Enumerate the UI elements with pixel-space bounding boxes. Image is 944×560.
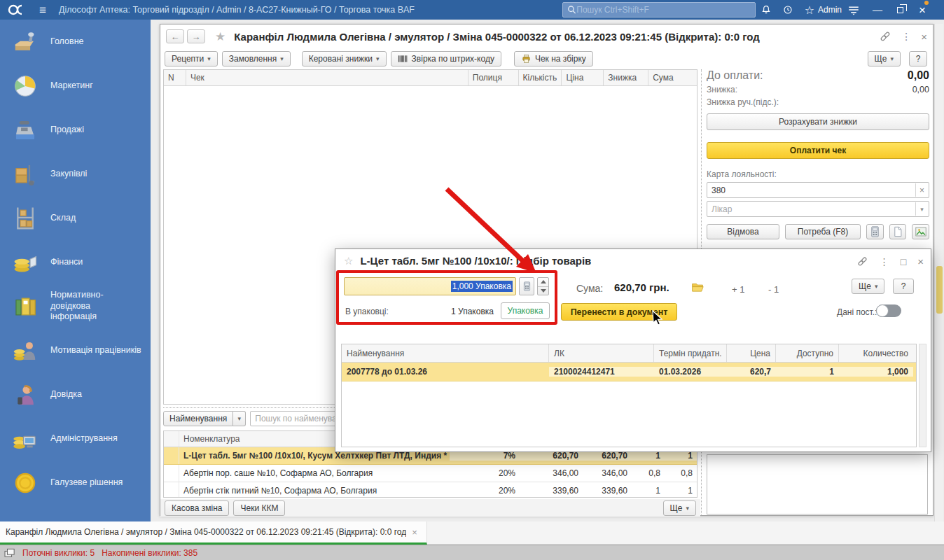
footer-more-button[interactable]: Ще▾ [663,500,696,516]
supplier-data-toggle[interactable] [876,304,901,317]
sidebar-item-label: Фінанси [50,257,83,268]
sidebar-item-label: Закупівлі [50,169,87,180]
link-icon[interactable] [879,30,891,43]
favorites-star-icon[interactable]: ☆ [802,3,817,17]
history-icon[interactable] [780,3,796,17]
kkm-checks-button[interactable]: Чеки ККМ [233,500,285,516]
minus-one-button[interactable]: - 1 [768,284,779,295]
notification-dot [924,1,929,5]
current-calls: Поточні виклики: 5 [22,548,95,558]
orders-button[interactable]: Замовлення▾ [222,51,291,66]
sidebar-item-label: Продажі [50,125,84,136]
minimize-icon[interactable]: — [870,3,885,17]
sidebar-item-label: Мотивація працівників [50,345,141,356]
doctor-input[interactable] [707,201,929,217]
back-button[interactable]: ← [166,29,184,43]
document-blank-button[interactable] [889,224,907,239]
open-folder-icon[interactable] [691,281,704,295]
cash-shift-button[interactable]: Касова зміна [165,500,229,516]
batch-row-selected[interactable]: 2007778 до 01.03.26 2100024412471 01.03.… [342,363,916,382]
stepper-down-icon [538,287,548,295]
close-app-icon[interactable]: × [915,3,930,17]
loyalty-card-input[interactable] [707,182,929,198]
vertical-scrollbar[interactable] [934,24,943,522]
nomenclature-row[interactable]: Абертін стік питний №10, Софарма АО, Бол… [164,482,697,498]
manual-discount-label: Знижка руч.(підс.): [707,97,779,107]
image-button[interactable] [912,224,929,239]
modal-table-scrollbar[interactable] [919,344,926,447]
dropdown-caret-icon[interactable]: ▾ [915,202,928,216]
recipes-button[interactable]: Рецепти▾ [165,51,218,66]
transfer-to-document-button[interactable]: Перенести в документ [561,303,677,321]
sidebar-item-finance[interactable]: Фінанси [0,240,151,284]
forward-button[interactable]: → [187,29,205,43]
modal-more-dots-icon[interactable]: ⋮ [880,257,889,267]
tab-shift-document[interactable]: Каранфіл Людмила Олегівна / эмулятор / З… [0,522,427,545]
modal-more-button[interactable]: Ще▾ [852,279,884,294]
service-menu-icon[interactable] [846,3,861,17]
pay-check-button[interactable]: Оплатити чек [707,142,929,159]
sidebar-item-purchases[interactable]: Закупівлі [0,152,151,196]
calculator-icon [870,226,880,237]
folders-icon [10,291,41,322]
quantity-calculator-button[interactable] [519,277,534,295]
search-icon [567,5,576,15]
search-field-selector[interactable]: Найменування [163,411,233,426]
document-more-button[interactable]: Ще▾ [868,51,901,66]
calculate-discounts-button[interactable]: Розрахувати знижки [707,113,929,130]
notifications-bell-icon[interactable] [758,3,774,17]
modal-close-icon[interactable]: × [917,256,924,267]
document-footer: Касова зміна Чеки ККМ Ще▾ [160,499,700,517]
scrollbar-thumb[interactable] [936,266,943,314]
modal-maximize-icon[interactable]: □ [901,257,906,267]
sidebar-item-label: Головне [50,36,84,48]
restore-icon[interactable] [892,3,908,17]
document-help-button[interactable]: ? [909,51,927,66]
document-title-row: ← → ★ Каранфіл Людмила Олегівна / эмулят… [160,24,933,48]
user-name[interactable]: Admin [818,5,842,15]
clear-icon[interactable]: × [915,183,928,197]
sidebar-item-administration[interactable]: Адміністрування [0,416,151,461]
quantity-stepper[interactable] [537,277,549,295]
need-f8-button[interactable]: Потреба (F8) [785,224,861,239]
close-document-icon[interactable]: × [921,31,927,42]
sidebar-item-marketing[interactable]: Маркетинг [0,64,151,108]
refuse-button[interactable]: Відмова [707,224,779,239]
link-icon[interactable] [856,255,868,267]
notes-area[interactable] [707,454,928,514]
batch-table-header: Найменування ЛК Термін придатн. Цена Дос… [342,344,916,363]
app-logo-icon [7,3,28,17]
global-search-input[interactable] [576,5,751,15]
favorite-star-icon[interactable]: ★ [215,29,225,44]
more-dots-icon[interactable]: ⋮ [901,31,911,41]
sidebar-item-industry-solution[interactable]: Галузеве рішення [0,461,151,505]
sidebar-item-label: Нормативно-довідкова інформація [50,290,134,323]
batch-table[interactable]: Найменування ЛК Термін придатн. Цена Дос… [341,344,917,447]
windows-stack-icon[interactable] [4,548,15,558]
global-search[interactable] [562,2,756,18]
quantity-input[interactable]: 1,000 Упаковка [344,277,516,295]
search-field-caret-icon[interactable]: ▾ [233,411,246,426]
tab-close-icon[interactable]: × [412,527,417,538]
main-menu-icon[interactable]: ≡ [39,4,46,16]
modal-help-button[interactable]: ? [893,279,914,294]
unit-pack-button[interactable]: Упаковка [501,302,550,319]
support-person-icon [10,379,41,410]
sidebar-item-sales[interactable]: Продажі [0,108,151,152]
sidebar-item-staff-motivation[interactable]: Мотивація працівників [0,328,151,372]
open-windows-bar: Каранфіл Людмила Олегівна / эмулятор / З… [0,522,944,545]
modal-favorite-star-icon[interactable]: ☆ [344,255,353,267]
calculator-button[interactable] [866,224,884,239]
assembly-check-button[interactable]: Чек на збірку [514,51,593,66]
managed-discounts-button[interactable]: Керовані знижки▾ [302,51,387,66]
sidebar-item-help[interactable]: Довідка [0,372,151,416]
sidebar-item-home[interactable]: Головне [0,20,151,64]
sidebar: Головне Маркетинг Продажі Закупівлі Скла… [0,20,151,522]
plus-one-button[interactable]: + 1 [732,284,744,295]
nomenclature-row[interactable]: Абертін пор. саше №10, Софарма АО, Болга… [164,465,697,482]
barcode-check-button[interactable]: Звірка по штрих-коду [391,51,501,66]
sidebar-item-label: Склад [50,213,76,224]
sidebar-item-warehouse[interactable]: Склад [0,196,151,240]
modal-title-row: ☆ L-Цет табл. 5мг №100 /10х10/: Підбір т… [335,249,931,272]
sidebar-item-reference-info[interactable]: Нормативно-довідкова інформація [0,284,151,328]
